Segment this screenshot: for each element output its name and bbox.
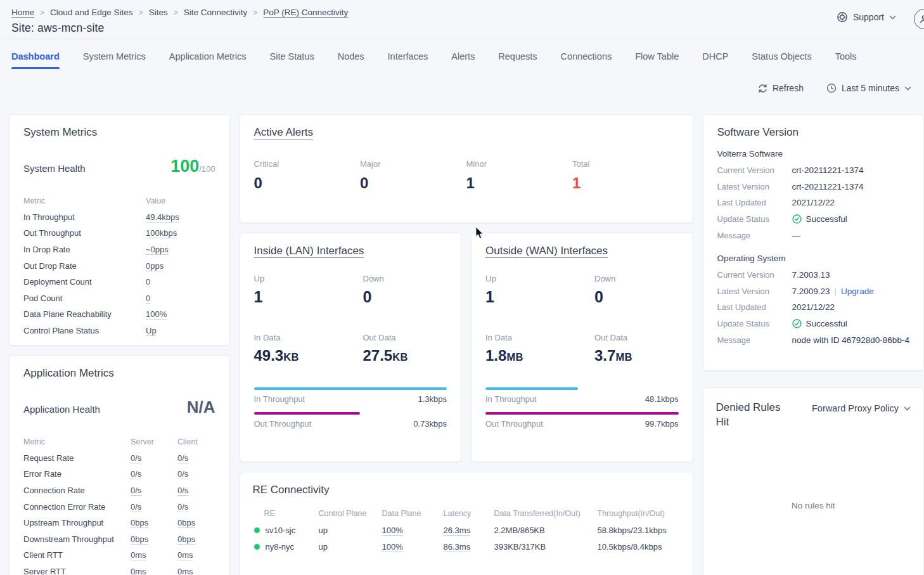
lan-in-data-label: In Data bbox=[254, 333, 363, 342]
lan-up-value: 1 bbox=[254, 288, 363, 306]
clock-icon bbox=[826, 83, 837, 93]
metric-value[interactable]: 100% bbox=[146, 309, 215, 319]
metric-value[interactable]: 49.4kbps bbox=[146, 212, 215, 222]
wan-interfaces-title[interactable]: Outside (WAN) Interfaces bbox=[485, 245, 608, 257]
client-value[interactable]: 0bps bbox=[177, 518, 215, 527]
client-value[interactable]: 0ms bbox=[177, 550, 215, 560]
software-value-text: crt-20211221-1374 bbox=[792, 165, 864, 175]
software-value-text: 2021/12/22 bbox=[792, 198, 835, 207]
server-value[interactable]: 0/s bbox=[131, 502, 177, 512]
server-value[interactable]: 0ms bbox=[131, 567, 177, 575]
lan-interfaces-title[interactable]: Inside (LAN) Interfaces bbox=[254, 245, 364, 257]
refresh-button[interactable]: Refresh bbox=[758, 83, 804, 93]
table-row: Out Drop Rate0pps bbox=[23, 257, 215, 274]
breadcrumb-item[interactable]: Sites bbox=[149, 8, 168, 17]
wan-interfaces-panel: Outside (WAN) Interfaces Up1 Down0 In Da… bbox=[471, 233, 693, 462]
column-header: RE bbox=[264, 509, 319, 518]
tab-interfaces[interactable]: Interfaces bbox=[388, 39, 428, 73]
upgrade-link[interactable]: Upgrade bbox=[841, 287, 874, 296]
tab-system-metrics[interactable]: System Metrics bbox=[83, 39, 146, 73]
server-value[interactable]: 0bps bbox=[131, 518, 177, 527]
wan-out-data-unit: MB bbox=[615, 351, 632, 363]
client-value[interactable]: 0/s bbox=[177, 486, 215, 495]
tab-site-status[interactable]: Site Status bbox=[270, 39, 314, 73]
throughput-item: Out Throughput0.73kbps bbox=[254, 412, 447, 429]
metric-label: Out Throughput bbox=[23, 228, 146, 238]
time-range-selector[interactable]: Last 5 minutes bbox=[826, 83, 911, 93]
tab-requests[interactable]: Requests bbox=[498, 39, 537, 73]
software-value-text: Successful bbox=[806, 214, 847, 224]
denied-rules-panel: Denied Rules Hit Forward Proxy Policy No… bbox=[703, 387, 924, 575]
server-value[interactable]: 0/s bbox=[131, 486, 177, 495]
breadcrumb-item[interactable]: Home bbox=[11, 8, 34, 17]
tab-flow-table[interactable]: Flow Table bbox=[635, 39, 679, 73]
re-name-cell: ny8-nyc bbox=[254, 542, 319, 552]
tab-alerts[interactable]: Alerts bbox=[451, 39, 475, 73]
server-value[interactable]: 0/s bbox=[131, 453, 177, 463]
software-row-label: Current Version bbox=[717, 165, 792, 175]
metric-value[interactable]: 0 bbox=[146, 294, 215, 303]
table-row: Data Plane Reachability100% bbox=[23, 306, 215, 323]
policy-selector[interactable]: Forward Proxy Policy bbox=[812, 403, 911, 413]
throughput-line: In Throughput48.1kbps bbox=[485, 394, 679, 404]
table-row: In Drop Rate~0pps bbox=[23, 242, 215, 258]
tab-status-objects[interactable]: Status Objects bbox=[752, 39, 811, 73]
server-value[interactable]: 0/s bbox=[131, 469, 177, 479]
metric-label: Error Rate bbox=[23, 469, 131, 479]
metric-label: Downstream Throughput bbox=[23, 534, 131, 544]
latency-cell[interactable]: 86.3ms bbox=[444, 542, 494, 552]
tab-application-metrics[interactable]: Application Metrics bbox=[169, 39, 247, 73]
throughput-bar bbox=[485, 387, 578, 390]
client-value[interactable]: 0ms bbox=[177, 567, 215, 575]
data-plane-cell[interactable]: 100% bbox=[382, 542, 444, 552]
tab-dashboard[interactable]: Dashboard bbox=[11, 39, 60, 73]
metric-label: Control Plane Status bbox=[23, 326, 146, 335]
latency-cell[interactable]: 26.3ms bbox=[444, 526, 494, 535]
throughput-line: Out Throughput99.7kbps bbox=[485, 419, 679, 429]
denied-rules-empty-message: No rules hit bbox=[716, 501, 911, 510]
client-value[interactable]: 0/s bbox=[177, 469, 215, 479]
active-alerts-title[interactable]: Active Alerts bbox=[254, 126, 314, 138]
tab-tools[interactable]: Tools bbox=[835, 39, 857, 73]
user-avatar[interactable] bbox=[914, 9, 924, 29]
interfaces-row: Inside (LAN) Interfaces Up1 Down0 In Dat… bbox=[240, 233, 693, 462]
software-section-rows: Current Version7.2003.13Latest Version7.… bbox=[717, 267, 910, 348]
client-value[interactable]: 0bps bbox=[177, 534, 215, 544]
client-value[interactable]: 0/s bbox=[177, 453, 215, 463]
software-version-panel: Software Version Volterra SoftwareCurren… bbox=[703, 114, 924, 371]
server-value[interactable]: 0ms bbox=[131, 550, 177, 560]
tab-dhcp[interactable]: DHCP bbox=[702, 39, 728, 73]
software-row-value: 7.2003.13 bbox=[792, 270, 910, 280]
metric-value[interactable]: 0pps bbox=[146, 261, 215, 271]
metric-value[interactable]: 100kbps bbox=[146, 228, 215, 238]
chevron-down-icon bbox=[904, 406, 911, 411]
support-menu[interactable]: Support bbox=[837, 11, 896, 23]
server-value[interactable]: 0bps bbox=[131, 534, 177, 544]
client-value[interactable]: 0/s bbox=[177, 502, 215, 512]
lan-updown: Up1 Down0 bbox=[254, 274, 447, 306]
software-row-value: crt-20211221-1374 bbox=[792, 165, 910, 175]
tab-nodes[interactable]: Nodes bbox=[338, 39, 364, 73]
page-header: Home>Cloud and Edge Sites>Sites>Site Con… bbox=[0, 0, 924, 39]
metric-value[interactable]: ~0pps bbox=[146, 245, 215, 254]
tab-connections[interactable]: Connections bbox=[561, 39, 612, 73]
column-header: Metric bbox=[23, 197, 146, 205]
breadcrumb-item[interactable]: PoP (RE) Connectivity bbox=[263, 8, 348, 17]
metric-label: In Throughput bbox=[23, 212, 146, 222]
software-row-value: 2021/12/22 bbox=[792, 302, 910, 312]
metric-value[interactable]: 0 bbox=[146, 277, 215, 287]
breadcrumb-item[interactable]: Site Connectivity bbox=[184, 8, 248, 17]
software-row: Last Updated2021/12/22 bbox=[717, 195, 910, 211]
metric-value[interactable]: Up bbox=[146, 326, 215, 335]
time-range-value: Last 5 minutes bbox=[842, 83, 899, 93]
column-header: Throughput(In/Out) bbox=[598, 509, 680, 518]
software-row-label: Latest Version bbox=[717, 287, 792, 296]
status-dot-icon bbox=[254, 527, 260, 533]
software-row: Last Updated2021/12/22 bbox=[717, 299, 910, 316]
alert-stat-major: Major0 bbox=[360, 159, 466, 192]
data-plane-cell[interactable]: 100% bbox=[382, 526, 444, 535]
system-health-suffix: /100 bbox=[199, 164, 215, 174]
column-header: Data Transferred(In/Out) bbox=[494, 509, 598, 518]
system-metrics-table: MetricValueIn Throughput49.4kbpsOut Thro… bbox=[23, 193, 215, 339]
breadcrumb-item[interactable]: Cloud and Edge Sites bbox=[50, 8, 133, 17]
